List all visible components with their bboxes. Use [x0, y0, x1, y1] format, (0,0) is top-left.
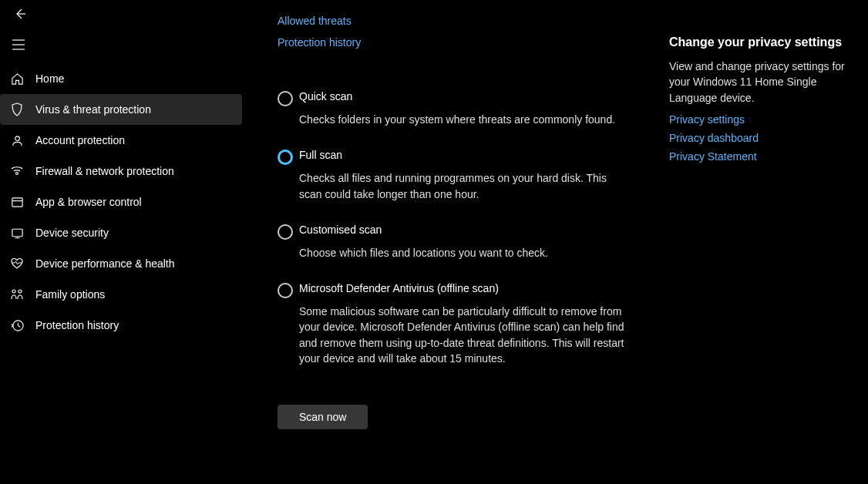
shield-icon — [9, 102, 25, 117]
main-content: Allowed threats Protection history Quick… — [245, 0, 654, 484]
sidebar-item-label: App & browser control — [35, 196, 142, 208]
sidebar-item-label: Family options — [35, 288, 105, 301]
sidebar-item-firewall[interactable]: Firewall & network protection — [0, 156, 242, 187]
device-security-icon — [9, 225, 25, 240]
sidebar-item-device-security[interactable]: Device security — [0, 217, 242, 248]
history-icon — [9, 318, 25, 333]
radio-label: Microsoft Defender Antivirus (offline sc… — [299, 282, 624, 294]
svg-rect-5 — [12, 197, 22, 206]
network-icon — [9, 163, 25, 179]
sidebar-item-label: Device security — [35, 227, 109, 239]
privacy-description: View and change privacy settings for you… — [669, 59, 853, 106]
sidebar-item-label: Account protection — [35, 134, 125, 146]
svg-point-3 — [15, 136, 19, 140]
radio-description: Choose which files and locations you wan… — [299, 245, 624, 260]
back-button[interactable] — [11, 5, 29, 23]
privacy-dashboard-link[interactable]: Privacy dashboard — [669, 132, 853, 144]
back-arrow-icon — [14, 8, 26, 20]
hamburger-menu-button[interactable] — [3, 31, 34, 59]
radio-quick-scan[interactable] — [278, 91, 293, 106]
sidebar-item-label: Virus & threat protection — [35, 103, 151, 116]
scan-now-button[interactable]: Scan now — [278, 405, 368, 429]
radio-offline-scan[interactable] — [278, 283, 293, 298]
sidebar-item-label: Home — [35, 72, 64, 85]
hamburger-icon — [12, 39, 25, 50]
app-browser-icon — [9, 194, 25, 210]
sidebar-item-account[interactable]: Account protection — [0, 125, 242, 156]
sidebar: Home Virus & threat protection Account p… — [0, 0, 245, 484]
sidebar-item-app-browser[interactable]: App & browser control — [0, 187, 242, 217]
radio-label: Customised scan — [299, 224, 624, 236]
sidebar-item-home[interactable]: Home — [0, 63, 242, 94]
radio-label: Quick scan — [299, 90, 624, 103]
radio-full-scan[interactable] — [278, 150, 293, 165]
svg-rect-7 — [12, 229, 22, 236]
protection-history-link[interactable]: Protection history — [278, 36, 638, 49]
privacy-heading: Change your privacy settings — [669, 35, 853, 49]
family-icon — [9, 287, 25, 302]
radio-label: Full scan — [299, 149, 624, 161]
sidebar-item-label: Firewall & network protection — [35, 165, 174, 177]
sidebar-item-performance[interactable]: Device performance & health — [0, 248, 242, 279]
radio-description: Checks all files and running programmes … — [299, 170, 624, 202]
svg-point-4 — [16, 173, 19, 175]
radio-description: Some malicious software can be particula… — [299, 304, 624, 366]
radio-description: Checks folders in your system where thre… — [299, 112, 624, 127]
privacy-settings-link[interactable]: Privacy settings — [669, 113, 853, 126]
sidebar-item-virus-threat[interactable]: Virus & threat protection — [0, 94, 242, 125]
svg-point-9 — [12, 290, 15, 293]
sidebar-item-family[interactable]: Family options — [0, 279, 242, 310]
heart-icon — [9, 256, 25, 271]
account-icon — [9, 133, 25, 148]
sidebar-item-protection-history[interactable]: Protection history — [0, 310, 242, 341]
svg-point-10 — [19, 290, 22, 293]
privacy-statement-link[interactable]: Privacy Statement — [669, 150, 853, 163]
radio-customised-scan[interactable] — [278, 224, 293, 240]
right-panel: Change your privacy settings View and ch… — [654, 0, 868, 484]
home-icon — [9, 71, 25, 86]
sidebar-item-label: Protection history — [35, 319, 119, 331]
sidebar-item-label: Device performance & health — [35, 257, 175, 270]
